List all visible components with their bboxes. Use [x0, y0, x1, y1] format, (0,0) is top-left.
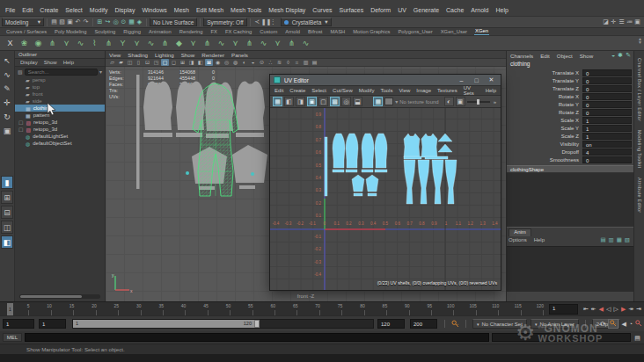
- menu-item[interactable]: Edit Mesh: [196, 7, 223, 13]
- menu-item[interactable]: Select: [65, 7, 82, 13]
- shelf-tab[interactable]: Motion Graphics: [352, 28, 391, 35]
- outliner-item[interactable]: ☐ ◍ defaultLightSet: [15, 133, 105, 140]
- attribute-value-field[interactable]: 0: [582, 69, 632, 76]
- snap-to-projected-center-icon[interactable]: ⊙: [120, 18, 128, 25]
- playback-button[interactable]: ▷: [612, 306, 619, 313]
- attribute-label[interactable]: Translate Z: [507, 86, 582, 91]
- playback-button[interactable]: ▶: [620, 306, 627, 313]
- current-frame-field[interactable]: 1: [549, 304, 578, 315]
- shelf-tool-icon[interactable]: ⋔: [46, 37, 59, 50]
- uv-menu-item[interactable]: Edit: [274, 88, 283, 93]
- shelf-tool-icon[interactable]: ⋔: [243, 37, 256, 50]
- panel-toolbar-icon[interactable]: ◒: [249, 59, 257, 66]
- layer-icon[interactable]: ▤: [600, 236, 605, 243]
- panel-menu-item[interactable]: View: [109, 52, 121, 57]
- layer-list[interactable]: [507, 246, 633, 292]
- history-icon[interactable]: ⋮: [269, 18, 277, 25]
- layer-icon[interactable]: ▦: [617, 236, 622, 243]
- menu-item[interactable]: Curves: [312, 7, 332, 13]
- panel-toolbar-icon[interactable]: ◉: [214, 59, 222, 66]
- pencil-icon[interactable]: ✎: [626, 52, 631, 59]
- playback-button[interactable]: ◀: [597, 306, 604, 313]
- shelf-tool-icon[interactable]: X: [4, 37, 17, 50]
- panel-menu-item[interactable]: Panels: [231, 52, 248, 57]
- shelf-tool-icon[interactable]: ∿: [257, 37, 270, 50]
- maximize-button[interactable]: □: [471, 77, 482, 83]
- menu-item[interactable]: Mesh: [174, 7, 189, 13]
- panel-toolbar-icon[interactable]: ▥: [302, 59, 310, 66]
- command-result-field[interactable]: [492, 333, 631, 342]
- uv-toolbar-icon[interactable]: ▩: [330, 97, 340, 106]
- animation-preferences-icon[interactable]: ◔: [629, 321, 633, 327]
- playback-button[interactable]: ⇥: [635, 306, 642, 313]
- anim-layer-dropdown[interactable]: ▾No Anim Layer: [531, 319, 579, 329]
- range-end-handle[interactable]: [254, 320, 260, 328]
- shelf-tab[interactable]: Rendering: [179, 28, 204, 35]
- uv-toolbar-icon[interactable]: ▣: [307, 97, 317, 106]
- panel-toolbar-icon[interactable]: ⊡: [143, 59, 151, 66]
- panel-toolbar-icon[interactable]: ◧: [196, 59, 204, 66]
- character-key-icon[interactable]: [635, 320, 642, 328]
- modeling-toolkit-icon[interactable]: ◪: [602, 18, 610, 25]
- outliner-item[interactable]: ☐ ▰ top: [15, 83, 105, 90]
- outliner-item[interactable]: ☐ ▰ persp: [15, 76, 105, 83]
- pause-icon[interactable]: ❚❚: [261, 18, 269, 25]
- menu-item[interactable]: Cache: [446, 7, 464, 13]
- menu-item[interactable]: Arnold: [471, 7, 488, 13]
- uv-toolbar-icon[interactable]: ⬓: [353, 97, 362, 106]
- channel-menu-item[interactable]: Show: [580, 53, 593, 58]
- shelf-tool-icon[interactable]: ∿: [215, 37, 228, 50]
- sidebar-vertical-tab[interactable]: Channel Box / Layer Editor: [637, 58, 642, 121]
- uv-menu-item[interactable]: Modify: [359, 88, 375, 93]
- redo-icon[interactable]: ↷: [82, 18, 90, 25]
- playback-button[interactable]: ◁: [605, 306, 612, 313]
- attribute-value-field[interactable]: 4: [582, 148, 632, 156]
- playback-button[interactable]: ↠: [627, 306, 634, 313]
- attribute-value-field[interactable]: 0: [582, 77, 632, 84]
- shelf-tool-icon[interactable]: ⋔: [158, 37, 172, 50]
- close-button[interactable]: ✕: [486, 76, 497, 83]
- outliner-menu-item[interactable]: Help: [63, 60, 74, 65]
- attribute-label[interactable]: Scale X: [507, 118, 582, 123]
- playback-end-field[interactable]: 120: [377, 319, 405, 329]
- shelf-tool-icon[interactable]: ❀: [18, 37, 31, 50]
- layer-editor-tab[interactable]: Anim: [509, 228, 531, 236]
- horizontal-scrollbar[interactable]: [19, 294, 100, 299]
- split-pane-layout[interactable]: ⊟: [1, 206, 13, 219]
- uv-menu-item[interactable]: Cut/Sew: [333, 88, 353, 93]
- selected-object-name[interactable]: clothing: [507, 60, 633, 69]
- character-set-dropdown[interactable]: ▾No Character Set: [472, 319, 527, 329]
- uv-display-icon[interactable]: ◐: [444, 97, 454, 106]
- channel-menu-item[interactable]: Edit: [540, 53, 550, 58]
- shelf-tab[interactable]: Poly Modeling: [54, 28, 87, 35]
- sidebar-vertical-tab[interactable]: Attribute Editor: [637, 177, 642, 213]
- loop-icon[interactable]: ⟳: [601, 321, 606, 328]
- shelf-tab[interactable]: Animation: [148, 28, 172, 35]
- command-input[interactable]: [25, 333, 489, 342]
- panel-toolbar-icon[interactable]: ⊙: [258, 59, 266, 66]
- menu-set-dropdown[interactable]: Modeling▾: [2, 18, 44, 26]
- panel-toolbar-icon[interactable]: ◊: [284, 59, 292, 66]
- attribute-label[interactable]: Dropoff: [507, 149, 582, 155]
- attribute-value-field[interactable]: 1: [582, 117, 632, 124]
- chevron-down-icon[interactable]: ▾: [395, 98, 398, 105]
- panel-toolbar-icon[interactable]: ◍: [231, 59, 239, 66]
- shelf-tool-icon[interactable]: ⋎: [271, 37, 284, 50]
- attribute-value-field[interactable]: 0: [582, 101, 632, 108]
- outliner-toggle-icon[interactable]: ☰: [618, 18, 626, 25]
- layer-menu-item[interactable]: Help: [534, 237, 545, 243]
- uv-menu-item[interactable]: Select: [311, 88, 326, 93]
- shelf-tool-icon[interactable]: ⋎: [187, 37, 200, 50]
- uv-persp-layout[interactable]: ◧: [1, 235, 13, 249]
- uv-toolbar-icon[interactable]: ▢: [318, 97, 328, 106]
- outliner-item[interactable]: ☐ ◍ defaultObjectSet: [15, 140, 105, 147]
- shelf-tab[interactable]: Polygons_User: [397, 28, 433, 35]
- shelf-tab[interactable]: Rigging: [122, 28, 142, 35]
- channel-menu-item[interactable]: Object: [557, 53, 573, 58]
- panel-toolbar-icon[interactable]: ▰: [117, 59, 125, 66]
- texture-swatch[interactable]: [384, 98, 393, 105]
- attribute-label[interactable]: Visibility: [507, 141, 582, 147]
- panel-toolbar-icon[interactable]: ▤: [311, 59, 318, 66]
- lasso-select-tool[interactable]: ∿: [1, 69, 13, 81]
- uv-menu-item[interactable]: Create: [289, 88, 305, 93]
